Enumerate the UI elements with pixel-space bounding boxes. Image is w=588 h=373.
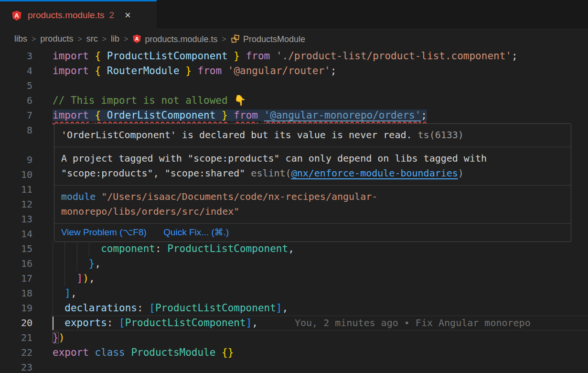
line-number-3: 3: [0, 49, 32, 64]
breadcrumb-symbol[interactable]: ProductsModule: [231, 34, 305, 44]
code-token: [53, 317, 64, 329]
code-token: from: [198, 65, 222, 77]
svg-text:A: A: [14, 12, 19, 19]
code-token: {}: [222, 347, 234, 358]
code-token: {: [95, 110, 101, 121]
code-token: from: [234, 110, 258, 121]
code-token: }: [234, 50, 240, 62]
class-symbol-icon: [231, 34, 240, 44]
code-token: ,: [71, 287, 77, 299]
code-token: [53, 273, 77, 284]
code-token: ]: [276, 302, 282, 314]
code-editor[interactable]: 3import { ProductListComponent } from '.…: [0, 48, 588, 373]
code-token: ;: [331, 65, 337, 77]
line-number-16: 16: [0, 256, 32, 271]
code-token: ): [59, 332, 65, 343]
line-number-17: 17: [0, 271, 32, 286]
code-line-19[interactable]: declarations: [ProductListComponent],: [53, 301, 288, 316]
breadcrumb: libs>products>src>lib> A products.module…: [0, 30, 588, 48]
code-token: ProductListComponent: [101, 50, 234, 62]
code-line-3[interactable]: import { ProductListComponent } from './…: [53, 49, 518, 64]
code-token: exports: [64, 317, 107, 329]
code-line-18[interactable]: ],: [53, 286, 77, 301]
code-token: ;: [512, 50, 518, 62]
view-problem-action[interactable]: View Problem (⌥F8): [61, 227, 147, 237]
chevron-right-icon: >: [124, 35, 128, 43]
ts-diagnostic-message: 'OrderListComponent' is declared but its…: [54, 124, 571, 147]
code-token: ProductListComponent: [167, 243, 288, 254]
line-number-8: 8: [0, 123, 32, 138]
code-token: component: [101, 243, 155, 254]
code-token: from: [246, 50, 270, 62]
breadcrumb-folder-products[interactable]: products: [40, 34, 73, 44]
vscode-window: A products.module.ts 2 × libs>products>s…: [0, 0, 588, 373]
code-token: :: [137, 302, 149, 314]
code-token: import: [53, 65, 89, 77]
code-token: [: [149, 302, 155, 314]
code-token: ]: [77, 273, 83, 284]
code-token: './product-list/product-list.component': [276, 50, 512, 62]
breadcrumb-folder-src[interactable]: src: [86, 34, 98, 44]
code-token: '@angular-monorepo/orders': [264, 110, 421, 121]
code-line-20[interactable]: exports: [ProductListComponent],: [53, 316, 258, 330]
eslint-rule-link[interactable]: @nx/enforce-module-boundaries: [291, 167, 458, 179]
code-token: ,: [288, 243, 294, 254]
code-token: ,: [89, 273, 95, 284]
close-icon[interactable]: ×: [125, 10, 131, 21]
code-token: [53, 243, 101, 254]
angular-icon: A: [132, 34, 141, 44]
text-cursor: [53, 317, 53, 330]
code-token: }: [185, 65, 192, 77]
code-token: ]: [246, 317, 252, 329]
line-number-18: 18: [0, 286, 32, 301]
breadcrumb-folder-lib[interactable]: lib: [111, 34, 119, 44]
code-token: }: [89, 258, 95, 269]
diagnostic-hover-popup: 'OrderListComponent' is declared but its…: [54, 123, 571, 242]
quick-fix-action[interactable]: Quick Fix... (⌘.): [163, 227, 229, 237]
code-line-21[interactable]: }): [53, 330, 64, 345]
error-squiggle-line: import { OrderListComponent } from '@ang…: [53, 110, 427, 121]
line-number-7: 7: [0, 108, 32, 123]
code-token: '@angular/router': [228, 65, 331, 77]
line-number-14: 14: [0, 227, 32, 241]
breadcrumb-folders: libs>products>src>lib>: [14, 34, 132, 44]
code-token: [258, 110, 264, 121]
code-line-4[interactable]: import { RouterModule } from '@angular/r…: [53, 64, 336, 78]
line-number-22: 22: [0, 345, 32, 360]
code-line-15[interactable]: component: ProductListComponent,: [53, 241, 294, 256]
code-line-16[interactable]: },: [53, 256, 101, 271]
code-token: class: [95, 347, 125, 358]
code-token: ): [83, 273, 89, 284]
breadcrumb-folder-libs[interactable]: libs: [14, 34, 27, 44]
line-number-20: 20: [0, 316, 32, 330]
line-number-12: 12: [0, 197, 32, 212]
code-token: 👇: [234, 95, 246, 106]
module-path-info: module "/Users/isaac/Documents/code/nx-r…: [54, 186, 571, 223]
code-token: ,: [252, 317, 258, 329]
tab-products-module[interactable]: A products.module.ts 2 ×: [0, 0, 157, 29]
code-line-7[interactable]: import { OrderListComponent } from '@ang…: [53, 108, 427, 123]
code-line-6[interactable]: // This import is not allowed 👇: [53, 93, 246, 108]
hover-status-bar: View Problem (⌥F8) Quick Fix... (⌘.): [54, 224, 571, 241]
code-token: [: [119, 317, 125, 329]
code-token: RouterModule: [101, 65, 185, 77]
code-token: :: [155, 243, 167, 254]
breadcrumb-file[interactable]: A products.module.ts: [132, 34, 217, 44]
code-token: [215, 347, 222, 358]
code-token: [228, 110, 234, 121]
line-number-13: 13: [0, 212, 32, 227]
code-token: [270, 50, 276, 62]
code-token: import: [53, 110, 89, 121]
code-token: ProductListComponent: [125, 317, 246, 329]
code-token: declarations: [64, 302, 137, 314]
chevron-right-icon: >: [77, 35, 82, 43]
code-token: [53, 302, 64, 314]
code-line-17[interactable]: ]),: [53, 271, 95, 286]
tab-file-name: products.module.ts: [28, 10, 105, 21]
code-line-22[interactable]: export class ProductsModule {}: [53, 345, 234, 360]
code-token: [89, 50, 95, 62]
code-token: ProductListComponent: [155, 302, 276, 314]
git-blame-annotation: You, 2 minutes ago • Fix Angular monorep…: [295, 316, 531, 330]
line-number-9: 9: [0, 153, 32, 167]
code-token: [89, 65, 95, 77]
